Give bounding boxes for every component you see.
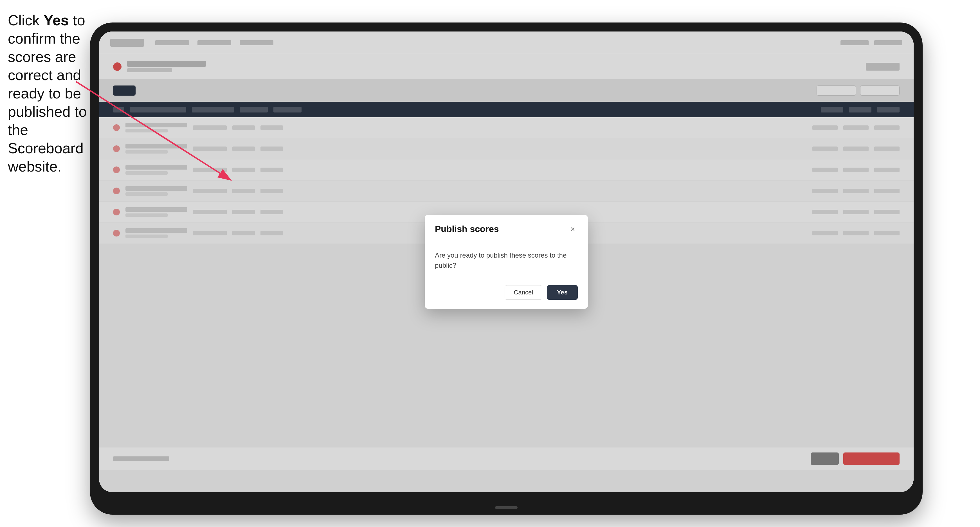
instruction-text: Click Yes to confirm the scores are corr… xyxy=(8,11,89,176)
tablet-home-indicator xyxy=(495,506,517,509)
modal-footer: Cancel Yes xyxy=(425,279,588,309)
yes-bold: Yes xyxy=(44,12,69,29)
modal-close-button[interactable]: × xyxy=(568,224,578,234)
modal-message: Are you ready to publish these scores to… xyxy=(435,250,578,270)
modal-header: Publish scores × xyxy=(425,215,588,241)
modal-title: Publish scores xyxy=(435,224,499,234)
yes-button[interactable]: Yes xyxy=(547,285,578,300)
modal-body: Are you ready to publish these scores to… xyxy=(425,241,588,279)
tablet-screen: Publish scores × Are you ready to publis… xyxy=(99,32,914,492)
publish-scores-modal: Publish scores × Are you ready to publis… xyxy=(425,215,588,309)
cancel-button[interactable]: Cancel xyxy=(504,285,542,300)
tablet-device: Publish scores × Are you ready to publis… xyxy=(90,22,923,514)
app-screen: Publish scores × Are you ready to publis… xyxy=(99,32,914,492)
modal-overlay: Publish scores × Are you ready to publis… xyxy=(99,32,914,492)
